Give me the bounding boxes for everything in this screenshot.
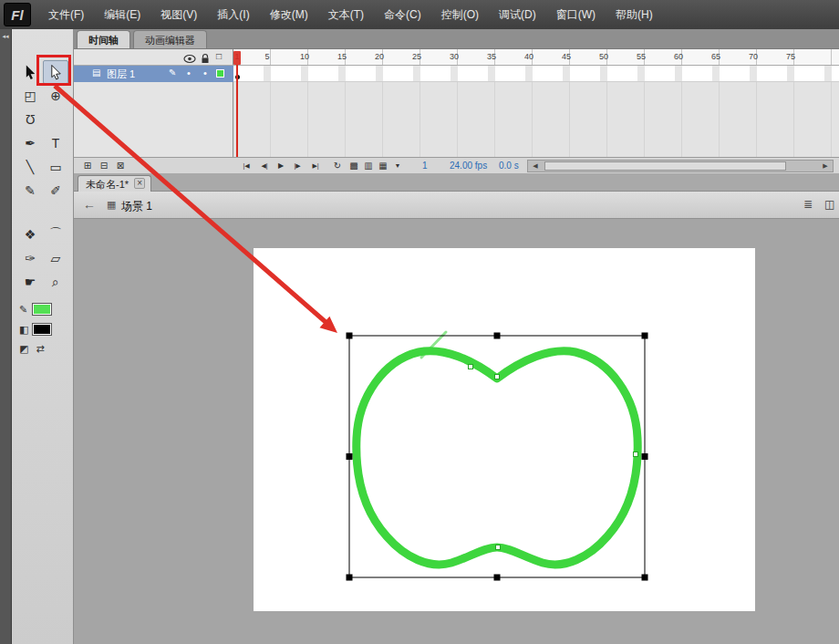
menu-view[interactable]: 视图(V) (150, 0, 207, 29)
menu-debug[interactable]: 调试(D) (489, 0, 546, 29)
new-layer-button[interactable]: ⊞ (81, 160, 94, 172)
ruler-frame-label: 55 (637, 52, 646, 61)
layer-lock-dot[interactable]: • (203, 68, 207, 78)
timeline-panel: 时间轴 动画编辑器 □ ▤ 图层 1 ✎ • • (74, 29, 839, 173)
selection-handle[interactable] (347, 333, 353, 339)
playhead[interactable] (233, 51, 241, 65)
layer-frames-row[interactable] (233, 66, 839, 82)
selection-tool-button[interactable] (17, 60, 43, 84)
stroke-color-swatch[interactable] (32, 303, 52, 316)
anchor-point[interactable] (634, 452, 638, 457)
close-document-icon[interactable]: × (134, 178, 145, 189)
collapse-icon: ◂◂ (2, 33, 8, 39)
fill-color-swatch[interactable] (32, 323, 52, 336)
timeline-horizontal-scrollbar[interactable]: ◀ ▶ (527, 160, 834, 172)
pasteboard[interactable] (74, 219, 839, 644)
menu-help[interactable]: 帮助(H) (606, 0, 663, 29)
menu-edit[interactable]: 编辑(E) (94, 0, 150, 29)
bone-tool-button[interactable]: ⌒ (43, 223, 68, 246)
pencil-tool-button[interactable]: ✎ (17, 179, 43, 203)
rectangle-tool-button[interactable]: ▭ (43, 155, 68, 179)
lasso-tool-button[interactable]: Ω (17, 108, 43, 131)
anchor-point[interactable] (469, 365, 473, 369)
default-colors-button[interactable]: ◩ (19, 343, 28, 355)
onion-skin-outlines-button[interactable]: ▥ (362, 160, 375, 172)
current-frame-value: 1 (422, 161, 428, 171)
selection-handle[interactable] (494, 333, 501, 339)
outline-view-icon[interactable]: □ (216, 51, 222, 61)
frame-rate-value[interactable]: 24.00 fps (450, 161, 487, 171)
step-back-button[interactable]: ◀| (256, 160, 273, 172)
brush-tool-button[interactable]: ✐ (43, 179, 68, 203)
zoom-tool-button[interactable]: ⌕ (43, 270, 68, 294)
selection-handle[interactable] (642, 333, 648, 339)
tab-timeline[interactable]: 时间轴 (77, 30, 130, 48)
step-forward-button[interactable]: |▶ (289, 160, 306, 172)
eraser-tool-button[interactable]: ▱ (43, 246, 68, 270)
back-arrow-icon[interactable]: ← (83, 197, 96, 212)
panel-collapse-strip[interactable]: ◂◂ (0, 29, 12, 644)
edit-symbols-button[interactable]: ◫ (824, 198, 834, 211)
new-folder-button[interactable]: ⊟ (98, 160, 110, 172)
menu-insert[interactable]: 插入(I) (207, 0, 259, 29)
anchor-point[interactable] (496, 545, 501, 550)
onion-skin-button[interactable]: ▩ (347, 160, 360, 172)
menu-bar: Fl 文件(F) 编辑(E) 视图(V) 插入(I) 修改(M) 文本(T) 命… (0, 0, 839, 29)
3d-rotation-tool-button[interactable]: ⊕ (43, 84, 68, 108)
selection-handle[interactable] (642, 453, 648, 460)
layer-outline-color-swatch[interactable] (216, 69, 224, 78)
menu-text[interactable]: 文本(T) (318, 0, 374, 29)
menu-commands[interactable]: 命令(C) (374, 0, 431, 29)
ruler-frame-label: 30 (450, 52, 459, 61)
document-tab[interactable]: 未命名-1* × (78, 175, 151, 192)
deco-tool-button[interactable]: ❖ (17, 223, 43, 246)
empty-frames-area[interactable] (233, 82, 839, 157)
modify-markers-button[interactable]: ▼ (391, 160, 404, 172)
selection-handle[interactable] (494, 575, 501, 581)
text-tool-button[interactable]: T (43, 131, 68, 155)
pen-tool-button[interactable]: ✒ (17, 131, 43, 155)
menu-file[interactable]: 文件(F) (38, 0, 94, 29)
text-tool-icon: T (52, 136, 60, 151)
pencil-icon: ✎ (25, 183, 36, 198)
timeline-tab-bar: 时间轴 动画编辑器 (74, 29, 839, 49)
scroll-left-icon[interactable]: ◀ (529, 161, 542, 171)
edit-scene-button[interactable]: ≣ (803, 198, 813, 211)
tools-panel: ◰ ⊕ Ω ✒ T ╲ ▭ ✎ ✐ ❖ ⌒ ✑ ▱ ☛ ⌕ ✎ ◧ ◩ ⇄ (12, 29, 74, 644)
anchor-point[interactable] (495, 375, 500, 379)
layer-page-icon: ▤ (92, 68, 100, 78)
ruler-frame-label: 65 (711, 52, 720, 61)
apple-outline-shape[interactable] (357, 351, 637, 565)
loop-playback-button[interactable]: ↻ (331, 160, 344, 172)
selection-handle[interactable] (347, 575, 353, 581)
layer-name[interactable]: 图层 1 (107, 68, 135, 81)
layer-row[interactable]: ▤ 图层 1 ✎ • • (74, 66, 233, 82)
swap-colors-button[interactable]: ⇄ (36, 343, 44, 355)
play-button[interactable]: ▶ (274, 160, 287, 172)
free-transform-tool-button[interactable]: ◰ (17, 84, 43, 108)
ruler-frame-label: 70 (749, 52, 758, 61)
hand-tool-button[interactable]: ☛ (17, 270, 43, 294)
eyedropper-tool-button[interactable]: ✑ (17, 246, 43, 270)
menu-modify[interactable]: 修改(M) (260, 0, 318, 29)
scroll-right-icon[interactable]: ▶ (819, 161, 832, 171)
layer-column-header: □ (74, 49, 233, 66)
scrollbar-thumb[interactable] (544, 161, 786, 171)
ruler-frame-label: 5 (264, 52, 269, 61)
menu-control[interactable]: 控制(O) (431, 0, 489, 29)
ruler-frame-label: 45 (562, 52, 571, 61)
frame-ruler[interactable]: 1 5 10 15 20 25 30 35 40 45 50 55 60 65 … (233, 49, 839, 66)
line-tool-button[interactable]: ╲ (17, 155, 43, 179)
selection-handle[interactable] (347, 453, 353, 460)
subselection-tool-button[interactable] (43, 60, 68, 84)
delete-layer-button[interactable]: ⊠ (114, 160, 127, 172)
go-to-first-frame-button[interactable]: |◀ (238, 160, 254, 172)
menu-window[interactable]: 窗口(W) (546, 0, 606, 29)
go-to-last-frame-button[interactable]: ▶| (307, 160, 324, 172)
selection-handle[interactable] (642, 575, 648, 581)
tab-motion-editor[interactable]: 动画编辑器 (133, 30, 207, 48)
elapsed-time-value: 0.0 s (499, 161, 519, 171)
layer-list-panel: □ ▤ 图层 1 ✎ • • (74, 49, 233, 157)
layer-visible-dot[interactable]: • (187, 68, 191, 78)
edit-multiple-frames-button[interactable]: ▦ (377, 160, 389, 172)
